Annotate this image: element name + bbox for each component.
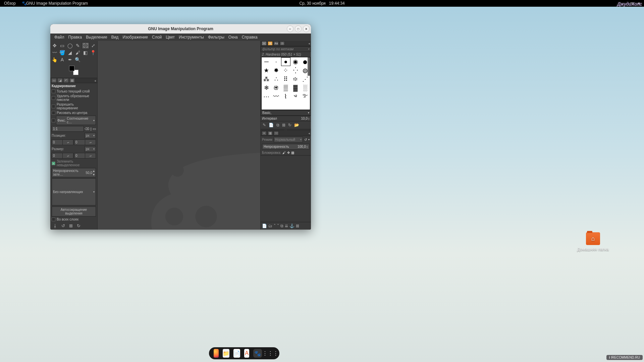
lock-alpha-icon[interactable]: ▩	[291, 151, 294, 155]
tool-path[interactable]: ✒	[66, 56, 74, 63]
tab-undo-icon[interactable]: ↶	[64, 78, 68, 82]
anchor-layer-icon[interactable]: ⚓	[289, 224, 294, 228]
new-group-icon[interactable]: 🗂	[268, 224, 272, 228]
brush-item[interactable]: ⁛	[290, 66, 300, 75]
layer-mode-menu-icon[interactable]: ▾	[308, 138, 310, 141]
opt-fixed-dropdown[interactable]: Фикс. Соотношение с…▾	[56, 116, 96, 125]
activities-button[interactable]: Обзор	[4, 1, 16, 6]
pos-y-input[interactable]: 0▴▾	[74, 139, 96, 145]
tool-crop[interactable]: ⛶	[82, 42, 89, 49]
brush-item[interactable]: ⌇	[281, 92, 291, 101]
menu-edit[interactable]: Правка	[66, 34, 84, 41]
opt-fixed-check[interactable]	[52, 119, 55, 122]
tool-bucket[interactable]: 🪣	[59, 49, 66, 56]
dock-files[interactable]: 📁	[223, 349, 229, 358]
tab-paths-icon[interactable]: 〰	[274, 131, 279, 135]
tab-fonts-icon[interactable]: Aa	[274, 41, 279, 46]
brush-item[interactable]: ⠿	[281, 75, 291, 83]
brush-item[interactable]: ░	[300, 83, 310, 92]
dup-brush-icon[interactable]: ⧉	[276, 123, 279, 127]
lower-layer-icon[interactable]: ˅	[277, 224, 279, 228]
tab-device-icon[interactable]: ◢	[58, 78, 62, 82]
dock-libreoffice[interactable]: 📄	[233, 349, 240, 358]
opt-highlight-opacity[interactable]: Непрозрачность зате…50,0▴▾	[52, 168, 96, 177]
brush-item[interactable]: ★	[262, 66, 271, 75]
layers-tabs-menu-icon[interactable]: ◂	[308, 131, 310, 135]
new-layer-icon[interactable]: 📄	[262, 224, 267, 228]
pos-x-input[interactable]: 0▴▾	[52, 139, 73, 145]
brush-item[interactable]: ▒	[281, 83, 291, 92]
layer-list[interactable]	[261, 155, 311, 222]
tool-eraser[interactable]: ◧	[82, 49, 89, 56]
topbar-time[interactable]: 19:44:34	[329, 1, 345, 6]
size-unit[interactable]: px▾	[85, 146, 96, 152]
maximize-button[interactable]: □	[295, 25, 302, 32]
brush-item[interactable]: ࿐	[300, 92, 310, 101]
tool-warp[interactable]: 〰	[51, 49, 58, 56]
tool-rect-select[interactable]: ▭	[59, 42, 66, 49]
tool-move[interactable]: ✥	[51, 42, 58, 49]
del-brush-icon[interactable]: ⊠	[282, 123, 285, 127]
dock-firefox[interactable]	[214, 349, 219, 358]
tab-images-icon[interactable]: ▦	[70, 78, 74, 82]
brush-item[interactable]: ▓	[290, 83, 300, 92]
tab-channels-icon[interactable]: ▥	[268, 131, 273, 135]
layer-mode-dropdown[interactable]: Нормальный▾	[274, 137, 303, 142]
brush-item[interactable]: ༄	[290, 92, 300, 101]
opt-from-center[interactable]: Рисовать из центра	[52, 111, 96, 115]
menu-view[interactable]: Вид	[109, 34, 121, 41]
dock-gimp[interactable]: 🐾	[253, 349, 262, 358]
menu-color[interactable]: Цвет	[164, 34, 177, 41]
refresh-brush-icon[interactable]: ↻	[288, 123, 291, 127]
menu-windows[interactable]: Окна	[226, 34, 240, 41]
brush-item-selected[interactable]: ●	[281, 57, 291, 66]
new-brush-icon[interactable]: 📄	[269, 123, 274, 127]
brush-item[interactable]: ✸	[271, 66, 281, 75]
menu-layer[interactable]: Слой	[150, 34, 164, 41]
topbar-date[interactable]: Ср, 30 ноября	[299, 1, 325, 6]
menu-image[interactable]: Изображение	[120, 34, 150, 41]
size-w-input[interactable]: 0▴▾	[52, 153, 73, 159]
opt-highlight[interactable]: ✕Затемнить невыделенное	[52, 160, 96, 167]
brush-spacing[interactable]: Интервал10,0▴▾	[261, 116, 311, 121]
brush-item[interactable]: ─	[262, 57, 271, 66]
minimize-button[interactable]: −	[287, 25, 293, 32]
tool-zoom[interactable]: 🔍	[74, 56, 82, 63]
raise-layer-icon[interactable]: ˄	[274, 224, 276, 228]
tab-layers-icon[interactable]: ≡	[262, 131, 267, 135]
brush-item[interactable]: ◉	[290, 57, 300, 66]
lock-pixels-icon[interactable]: 🖌	[282, 151, 286, 155]
brush-preset-dropdown[interactable]: Basic,▾	[261, 110, 311, 116]
brush-item[interactable]: ❄	[262, 83, 271, 92]
brush-item[interactable]: ⋰	[300, 75, 310, 83]
opt-allow-grow[interactable]: Разрешить наращивание	[52, 103, 96, 110]
fg-color[interactable]	[69, 66, 74, 71]
restore-preset-icon[interactable]: ↺	[61, 223, 65, 228]
tab-patterns-icon[interactable]: ▦	[268, 41, 273, 46]
tool-gradient[interactable]: ◢	[66, 49, 74, 56]
menu-filters[interactable]: Фильтры	[206, 34, 226, 41]
delete-layer-icon[interactable]: ⊠	[296, 224, 299, 228]
close-button[interactable]: ×	[303, 25, 310, 32]
clear-input-icon[interactable]: ⌫	[85, 127, 89, 131]
tool-transform[interactable]: ⤢	[90, 42, 97, 49]
size-h-input[interactable]: 0▴▾	[74, 153, 96, 159]
opt-guides-dropdown[interactable]: Без направляющих▾	[52, 178, 96, 205]
dock-apps-grid[interactable]: ⋮⋮⋮	[266, 349, 275, 358]
layer-opacity[interactable]: Непрозрачность100,0▴▾	[262, 144, 310, 149]
menu-select[interactable]: Выделение	[84, 34, 109, 41]
merge-layer-icon[interactable]: ⇊	[285, 224, 288, 228]
brush-filter-input[interactable]: фильтр по меткам▾	[261, 46, 311, 52]
opt-delete-cropped[interactable]: Удалять обрезанные пиксели	[52, 94, 96, 102]
reset-preset-icon[interactable]: ↻	[77, 223, 80, 228]
dock-software[interactable]: A	[244, 349, 249, 358]
brush-item[interactable]: ֍	[271, 83, 281, 92]
brush-item[interactable]: ·	[271, 57, 281, 66]
tab-brushes-icon[interactable]: ▪	[262, 41, 267, 46]
menu-file[interactable]: Файл	[52, 34, 66, 41]
brush-item[interactable]: 〰	[271, 92, 281, 101]
brush-item[interactable]: ⋯	[262, 92, 271, 101]
tool-fuzzy-select[interactable]: ✎	[74, 42, 82, 49]
opt-autoshrink-button[interactable]: Автосокращение выделения	[52, 206, 96, 217]
tool-clone[interactable]: 📍	[90, 49, 97, 56]
